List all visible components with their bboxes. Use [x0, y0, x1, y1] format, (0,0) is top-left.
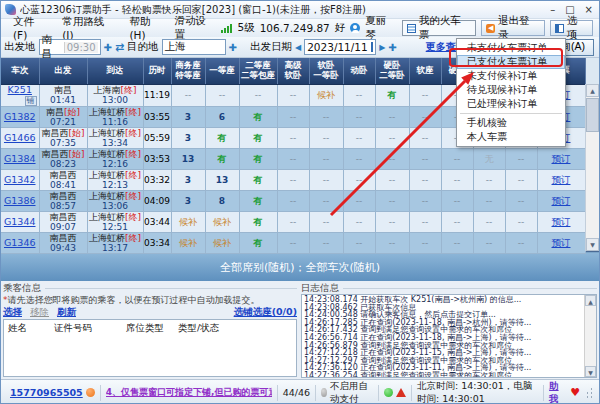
menu-item-option[interactable]: 未支付候补订单 — [457, 69, 565, 83]
logout-button[interactable]: ◀ 退出登录 — [481, 20, 545, 36]
seat-availability-cell: -- — [309, 211, 343, 232]
to-station-input[interactable]: 上海 — [162, 39, 226, 55]
passenger-list[interactable]: 姓名 证件号码 席位类型 类型/状态 — [3, 319, 297, 377]
column-header[interactable]: 到达 — [87, 58, 143, 84]
train-number-link[interactable]: G1466 — [4, 132, 36, 143]
log-line: 14:27:36.254 查询到满足您查询设置中需求的车次和席位 — [304, 372, 582, 378]
seat-availability-cell: -- — [473, 232, 505, 253]
column-header[interactable]: 商务座特等座 — [171, 58, 205, 84]
seat-availability-cell: -- — [343, 127, 375, 148]
menu-item-option[interactable]: 本人车票 — [457, 130, 565, 144]
column-header[interactable]: 出发 — [39, 58, 87, 84]
log-scroll-up-icon[interactable]: ▲ — [585, 295, 596, 306]
seat-availability-cell: 有 — [239, 232, 277, 253]
column-header[interactable]: 动卧 — [343, 58, 375, 84]
options-button[interactable]: 选项 — [550, 20, 593, 36]
menu-item-selected[interactable]: 已支付火车票订单 — [457, 55, 565, 69]
book-cell: 预订 — [537, 211, 585, 232]
book-link[interactable]: 预订 — [552, 174, 571, 185]
train-number-link[interactable]: G1386 — [4, 195, 36, 206]
column-header[interactable]: 车次 — [1, 58, 39, 84]
add-date-icon[interactable]: ✚ — [388, 42, 396, 53]
passenger-refresh-link[interactable]: 刷新 — [57, 306, 76, 319]
train-number-link[interactable]: G1382 — [4, 111, 36, 122]
calendar-icon[interactable] — [371, 42, 373, 52]
arrival-cell: 上海虹桥[终]11:16 — [87, 106, 143, 127]
arrival-cell: 上海虹桥[终]13:06 — [87, 190, 143, 211]
column-header[interactable]: 高级软卧 — [277, 58, 309, 84]
add-to-icon[interactable]: ✚ — [229, 42, 237, 53]
seat-filter-bar[interactable]: 全部席别(随机)；全部车次(随机) — [1, 252, 599, 281]
prev-day-icon[interactable]: ◀ — [295, 43, 301, 52]
next-day-icon[interactable]: ▶ — [379, 43, 385, 52]
book-link[interactable]: 预订 — [552, 237, 571, 248]
column-header[interactable]: 软卧一等卧 — [309, 58, 343, 84]
train-number-link[interactable]: G1342 — [4, 174, 36, 185]
column-header[interactable]: 一等座 — [205, 58, 239, 84]
column-header[interactable]: 历时 — [143, 58, 171, 84]
menu-item-option[interactable]: 已处理候补订单 — [457, 97, 565, 111]
passenger-select-link[interactable]: 选择 — [3, 306, 22, 319]
train-number-link[interactable]: G1344 — [4, 216, 36, 227]
network-status-icon — [384, 388, 393, 397]
swap-stations-icon[interactable]: ⇄ — [115, 41, 124, 54]
passenger-remove-link[interactable]: 移除 — [30, 306, 49, 319]
warning-icon[interactable] — [396, 388, 406, 397]
resize-grip[interactable] — [587, 392, 588, 394]
seat-availability-cell: 有 — [239, 106, 277, 127]
seat-availability-cell: -- — [409, 84, 441, 106]
menu-routes[interactable]: 常用路线(I) — [56, 14, 121, 42]
book-link[interactable]: 预订 — [552, 153, 571, 164]
autopay-label[interactable]: 不启用自动支付 — [330, 380, 373, 404]
duration-cell: 03:44 — [143, 211, 171, 232]
contact-phone-link[interactable]: 15770965505 — [10, 387, 83, 398]
book-link[interactable]: 预订 — [552, 195, 571, 206]
date-input[interactable]: 2023/11/11 — [304, 39, 376, 55]
train-number-link[interactable]: K251 — [8, 84, 32, 95]
book-link[interactable]: 预订 — [552, 216, 571, 227]
seat-availability-cell: -- — [409, 106, 441, 127]
column-header[interactable]: 硬卧二等卧 — [375, 58, 409, 84]
add-from-icon[interactable]: ✚ — [104, 42, 112, 53]
seat-availability-cell: -- — [309, 190, 343, 211]
scroll-up-icon[interactable]: ▲ — [586, 84, 599, 97]
duration-cell: 03:32 — [143, 169, 171, 190]
log-scrollbar[interactable]: ▲ ▼ — [584, 295, 596, 377]
slide-setting-label[interactable]: 滑动设置 — [175, 14, 217, 42]
departure-cell: 南昌西09:07 — [39, 211, 87, 232]
arrival-cell: 上海虹桥[终]13:34 — [87, 127, 143, 148]
scrollbar-thumb[interactable] — [586, 98, 599, 132]
seat-availability-cell: -- — [375, 190, 409, 211]
menu-item-option[interactable]: 待兑现候补订单 — [457, 83, 565, 97]
train-number-link[interactable]: G1384 — [4, 153, 36, 164]
seat-availability-cell: 3 — [171, 106, 205, 127]
seat-availability-cell: -- — [375, 169, 409, 190]
log-panel-title: 日志信息 — [301, 283, 597, 294]
seat-availability-cell: -- — [343, 211, 375, 232]
seat-availability-cell: 13 — [171, 148, 205, 169]
seat-availability-cell: -- — [441, 169, 473, 190]
train-number-link[interactable]: G1346 — [4, 237, 36, 248]
menu-item-option[interactable]: 手机核验 — [457, 116, 565, 130]
table-scrollbar[interactable]: ▲ ▼ — [585, 84, 599, 251]
departure-cell: 南昌西[始]07:35 — [39, 127, 87, 148]
from-station-input[interactable]: 南昌 09:30 — [39, 39, 101, 55]
seat-availability-cell: -- — [277, 232, 309, 253]
log-scroll-down-icon[interactable]: ▼ — [585, 366, 596, 377]
notice-marquee[interactable]: 4、仅售票窗口可指定下铺,但已购的票可通过改签换为下铺 — [106, 386, 272, 399]
signal-icon — [221, 24, 232, 33]
departure-cell: 南昌西08:41 — [39, 169, 87, 190]
log-box[interactable]: 14:23:08.174 开始获取车次 K251(南昌->杭州南) 的信息...… — [301, 294, 597, 378]
column-header[interactable]: 二等座二等包座 — [239, 58, 277, 84]
seat-berth-link[interactable]: 选铺选座(0/0) — [234, 306, 297, 319]
seat-availability-cell: -- — [343, 169, 375, 190]
scroll-down-icon[interactable]: ▼ — [586, 238, 599, 251]
seat-availability-cell: -- — [343, 106, 375, 127]
menu-help[interactable]: 帮助(H) — [123, 14, 172, 42]
seat-availability-cell: -- — [343, 148, 375, 169]
status-orange-icon — [86, 388, 95, 397]
heart-icon: ♥ — [570, 386, 580, 399]
menu-item-option[interactable]: 未支付火车票订单 — [457, 41, 565, 55]
column-header[interactable]: 软座 — [409, 58, 441, 84]
my-tickets-button[interactable]: 我的火车票 — [402, 20, 476, 36]
